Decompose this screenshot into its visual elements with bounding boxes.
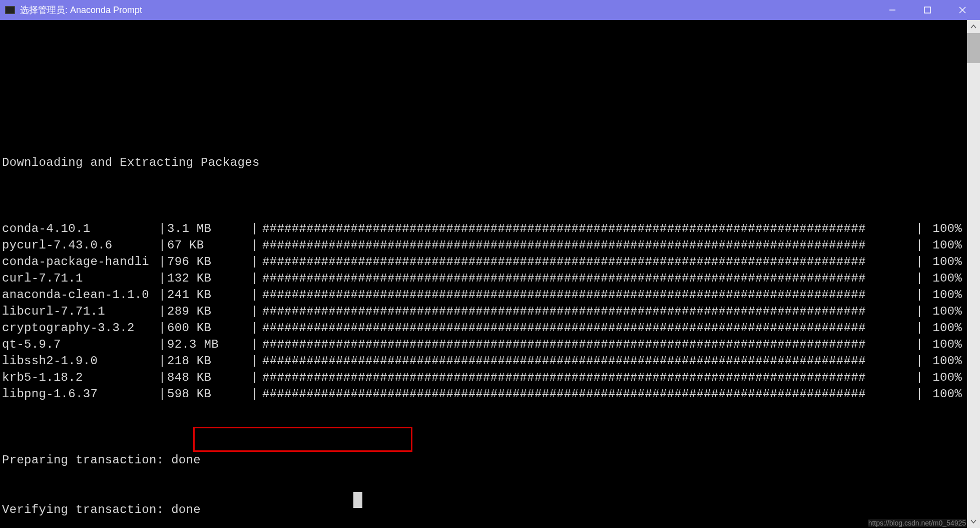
progress-percent: 100% xyxy=(924,353,967,369)
separator: | xyxy=(914,270,924,287)
scroll-track[interactable] xyxy=(967,33,980,515)
separator: | xyxy=(250,253,260,270)
scroll-thumb[interactable] xyxy=(967,33,980,63)
separator: | xyxy=(157,320,167,336)
progress-percent: 100% xyxy=(924,253,967,270)
package-row: libpng-1.6.37|598 KB|###################… xyxy=(2,386,967,402)
package-size: 67 KB xyxy=(167,237,250,253)
separator: | xyxy=(157,336,167,353)
separator: | xyxy=(914,303,924,320)
package-size: 241 KB xyxy=(167,287,250,303)
package-size: 3.1 MB xyxy=(167,220,250,237)
scroll-down-button[interactable] xyxy=(967,515,980,528)
separator: | xyxy=(250,386,260,402)
separator: | xyxy=(914,287,924,303)
separator: | xyxy=(250,336,260,353)
terminal-wrap: Downloading and Extracting Packages cond… xyxy=(0,20,980,528)
verifying-line: Verifying transaction: done xyxy=(2,501,967,518)
separator: | xyxy=(157,220,167,237)
package-row: conda-4.10.1|3.1 MB|####################… xyxy=(2,220,967,237)
package-name: libpng-1.6.37 xyxy=(2,386,157,402)
package-name: anaconda-clean-1.1.0 xyxy=(2,287,157,303)
separator: | xyxy=(250,270,260,287)
progress-percent: 100% xyxy=(924,270,967,287)
separator: | xyxy=(914,220,924,237)
separator: | xyxy=(250,320,260,336)
package-size: 848 KB xyxy=(167,369,250,386)
separator: | xyxy=(914,353,924,369)
titlebar[interactable]: 选择管理员: Anaconda Prompt xyxy=(0,0,980,20)
separator: | xyxy=(914,369,924,386)
package-row: conda-package-handli|796 KB|############… xyxy=(2,253,967,270)
separator: | xyxy=(250,369,260,386)
progress-bar: ########################################… xyxy=(260,237,914,253)
separator: | xyxy=(250,237,260,253)
scrollbar[interactable] xyxy=(967,20,980,528)
close-button[interactable] xyxy=(945,0,980,20)
package-size: 289 KB xyxy=(167,303,250,320)
progress-percent: 100% xyxy=(924,320,967,336)
package-size: 796 KB xyxy=(167,253,250,270)
package-size: 132 KB xyxy=(167,270,250,287)
separator: | xyxy=(157,270,167,287)
minimize-button[interactable] xyxy=(875,0,910,20)
terminal[interactable]: Downloading and Extracting Packages cond… xyxy=(0,20,967,528)
separator: | xyxy=(914,237,924,253)
package-name: pycurl-7.43.0.6 xyxy=(2,237,157,253)
separator: | xyxy=(250,287,260,303)
download-header: Downloading and Extracting Packages xyxy=(2,154,967,171)
progress-percent: 100% xyxy=(924,369,967,386)
package-row: libcurl-7.71.1|289 KB|##################… xyxy=(2,303,967,320)
separator: | xyxy=(157,303,167,320)
progress-bar: ########################################… xyxy=(260,270,914,287)
preparing-line: Preparing transaction: done xyxy=(2,452,967,468)
progress-percent: 100% xyxy=(924,237,967,253)
progress-percent: 100% xyxy=(924,336,967,353)
separator: | xyxy=(157,287,167,303)
separator: | xyxy=(250,220,260,237)
package-name: conda-4.10.1 xyxy=(2,220,157,237)
separator: | xyxy=(157,369,167,386)
progress-percent: 100% xyxy=(924,386,967,402)
progress-bar: ########################################… xyxy=(260,336,914,353)
package-name: libssh2-1.9.0 xyxy=(2,353,157,369)
separator: | xyxy=(914,320,924,336)
watermark: https://blog.csdn.net/m0_54925 xyxy=(868,519,966,527)
package-name: qt-5.9.7 xyxy=(2,336,157,353)
progress-bar: ########################################… xyxy=(260,386,914,402)
package-row: krb5-1.18.2|848 KB|#####################… xyxy=(2,369,967,386)
package-size: 92.3 MB xyxy=(167,336,250,353)
separator: | xyxy=(914,253,924,270)
svg-rect-1 xyxy=(924,7,930,13)
progress-bar: ########################################… xyxy=(260,303,914,320)
progress-bar: ########################################… xyxy=(260,253,914,270)
package-row: anaconda-clean-1.1.0|241 KB|############… xyxy=(2,287,967,303)
scroll-up-button[interactable] xyxy=(967,20,980,33)
progress-bar: ########################################… xyxy=(260,220,914,237)
package-row: cryptography-3.3.2|600 KB|##############… xyxy=(2,320,967,336)
package-name: curl-7.71.1 xyxy=(2,270,157,287)
highlight-box xyxy=(193,427,412,452)
package-name: libcurl-7.71.1 xyxy=(2,303,157,320)
progress-bar: ########################################… xyxy=(260,320,914,336)
package-size: 218 KB xyxy=(167,353,250,369)
terminal-icon xyxy=(5,6,15,14)
separator: | xyxy=(157,253,167,270)
package-row: qt-5.9.7|92.3 MB|#######################… xyxy=(2,336,967,353)
separator: | xyxy=(914,386,924,402)
package-size: 598 KB xyxy=(167,386,250,402)
progress-percent: 100% xyxy=(924,287,967,303)
progress-percent: 100% xyxy=(924,220,967,237)
package-row: curl-7.71.1|132 KB|#####################… xyxy=(2,270,967,287)
package-size: 600 KB xyxy=(167,320,250,336)
package-row: libssh2-1.9.0|218 KB|###################… xyxy=(2,353,967,369)
package-name: krb5-1.18.2 xyxy=(2,369,157,386)
separator: | xyxy=(250,353,260,369)
progress-percent: 100% xyxy=(924,303,967,320)
separator: | xyxy=(914,336,924,353)
separator: | xyxy=(157,386,167,402)
maximize-button[interactable] xyxy=(910,0,945,20)
package-row: pycurl-7.43.0.6|67 KB|##################… xyxy=(2,237,967,253)
package-name: cryptography-3.3.2 xyxy=(2,320,157,336)
progress-bar: ########################################… xyxy=(260,369,914,386)
